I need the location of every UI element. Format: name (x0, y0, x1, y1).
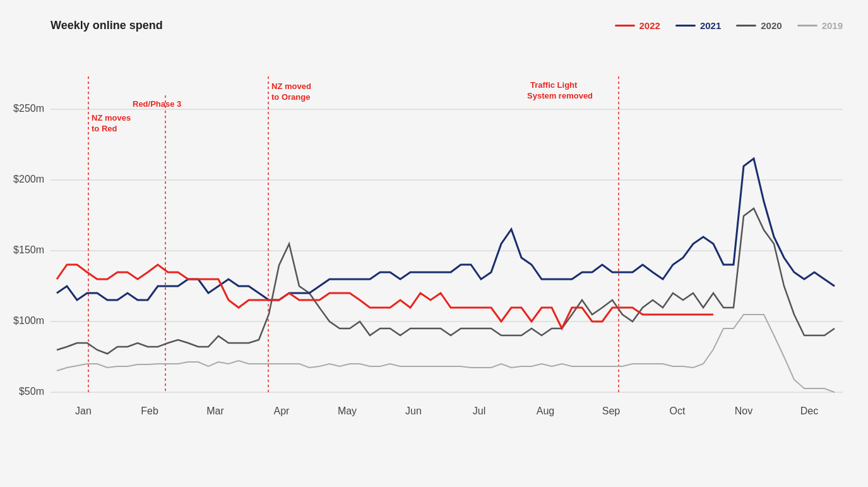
legend: 2022 2021 2020 2019 (615, 20, 843, 31)
x-label-mar: Mar (206, 406, 224, 416)
svg-rect-0 (51, 39, 843, 392)
annotation-label-traffic2: System removed (527, 91, 593, 100)
x-label-sep: Sep (602, 406, 621, 416)
legend-label-2019: 2019 (822, 20, 843, 31)
x-label-aug: Aug (537, 406, 554, 416)
line-2019 (57, 315, 835, 392)
annotation-label-red2: to Red (92, 124, 117, 133)
x-label-dec: Dec (800, 406, 818, 416)
x-label-jan: Jan (75, 406, 92, 416)
y-label-100: $100m (13, 315, 44, 326)
y-label-250: $250m (13, 103, 44, 114)
line-2022 (57, 265, 713, 328)
legend-label-2020: 2020 (761, 20, 782, 31)
x-label-may: May (338, 406, 357, 416)
x-label-oct: Oct (670, 406, 686, 416)
legend-label-2022: 2022 (639, 20, 660, 31)
legend-line-2020 (736, 25, 756, 27)
chart-area: $250m $200m $150m $100m $50m Jan Feb Mar… (51, 39, 843, 430)
legend-item-2021: 2021 (675, 20, 721, 31)
annotation-label-traffic1: Traffic Light (530, 80, 578, 90)
line-2020 (57, 208, 835, 354)
annotation-label-phase3: Red/Phase 3 (133, 99, 181, 109)
chart-container: Weekly online spend 2022 2021 2020 2019 (0, 0, 868, 487)
legend-item-2022: 2022 (615, 20, 660, 31)
y-label-50: $50m (19, 386, 44, 397)
legend-line-2021 (675, 25, 696, 27)
annotation-label-red: NZ moves (92, 113, 131, 123)
legend-label-2021: 2021 (700, 20, 721, 31)
x-label-feb: Feb (141, 406, 158, 416)
x-label-apr: Apr (274, 406, 290, 416)
y-label-200: $200m (13, 174, 44, 184)
x-label-nov: Nov (735, 406, 752, 416)
annotation-label-orange1: NZ moved (271, 81, 311, 91)
legend-item-2020: 2020 (736, 20, 782, 31)
x-label-jul: Jul (473, 406, 485, 416)
legend-line-2022 (615, 25, 635, 27)
y-label-150: $150m (13, 244, 44, 255)
chart-svg: $250m $200m $150m $100m $50m Jan Feb Mar… (51, 39, 843, 430)
annotation-label-orange2: to Orange (271, 92, 310, 102)
chart-title: Weekly online spend (51, 19, 163, 32)
x-label-jun: Jun (405, 406, 422, 416)
legend-item-2019: 2019 (797, 20, 843, 31)
legend-line-2019 (797, 25, 817, 27)
chart-header: Weekly online spend 2022 2021 2020 2019 (51, 19, 843, 32)
